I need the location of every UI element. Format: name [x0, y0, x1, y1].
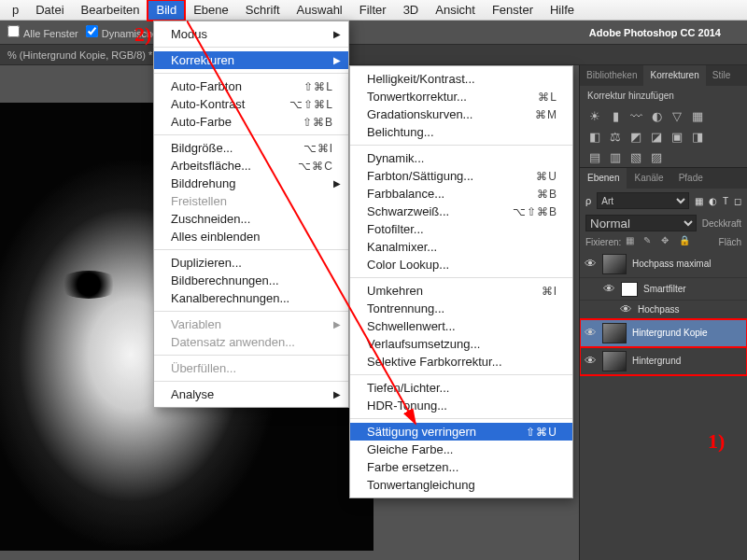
korr-menu-item-25[interactable]: Tonwertangleichung [350, 476, 572, 494]
layer-row-0[interactable]: 👁Hochpass maximal [580, 250, 747, 278]
korr-menu-item-20[interactable]: HDR-Tonung... [350, 397, 572, 414]
tab-kanaele[interactable]: Kanäle [627, 168, 670, 189]
korr-menu-item-0[interactable]: Helligkeit/Kontrast... [350, 70, 572, 88]
layer-thumbnail[interactable] [602, 351, 627, 371]
hue-icon[interactable]: ▦ [690, 108, 705, 123]
layer-row-3[interactable]: 👁Hintergrund Kopie [580, 319, 747, 347]
lock-all-icon[interactable]: 🔒 [679, 235, 692, 248]
filter-shape-icon[interactable]: ◻ [734, 196, 741, 206]
menu-hilfe[interactable]: Hilfe [542, 0, 583, 21]
menu-schrift[interactable]: Schrift [237, 0, 289, 21]
bild-menu-item-13[interactable]: Alles einblenden [154, 228, 348, 245]
threshold-icon[interactable]: ▥ [608, 149, 623, 164]
menu-auswahl[interactable]: Auswahl [289, 0, 351, 21]
posterize-icon[interactable]: ▤ [587, 149, 602, 164]
layer-row-2[interactable]: 👁Hochpass [580, 301, 747, 319]
korr-menu-item-5[interactable]: Dynamik... [350, 149, 572, 167]
menu-bild[interactable]: Bild [148, 0, 185, 21]
korr-menu-item-6[interactable]: Farbton/Sättigung...⌘U [350, 167, 572, 185]
korr-menu-item-1[interactable]: Tonwertkorrektur...⌘L [350, 88, 572, 105]
balance-icon[interactable]: ⚖ [608, 129, 623, 144]
document-tab[interactable]: % (Hintergrund Kopie, RGB/8) * [7, 49, 152, 61]
app-menu[interactable]: p [4, 0, 27, 21]
curves-icon[interactable]: 〰 [628, 108, 643, 123]
brightness-icon[interactable]: ☀ [587, 108, 602, 123]
tab-ebenen[interactable]: Ebenen [580, 168, 627, 189]
lock-brush-icon[interactable]: ✎ [643, 235, 656, 248]
lock-move-icon[interactable]: ✥ [661, 235, 674, 248]
korr-menu-item-9[interactable]: Fotofilter... [350, 220, 572, 238]
korr-menu-item-23[interactable]: Gleiche Farbe... [350, 441, 572, 458]
dynamischer-checkbox[interactable]: Dynamischer [86, 25, 162, 39]
korr-menu-item-15[interactable]: Schwellenwert... [350, 317, 572, 335]
korr-menu-item-14[interactable]: Tontrennung... [350, 300, 572, 317]
selective-icon[interactable]: ▨ [649, 149, 664, 164]
bild-menu-item-8[interactable]: Bildgröße...⌥⌘I [154, 139, 348, 157]
tab-stile[interactable]: Stile [706, 65, 737, 86]
layer-filter-select[interactable]: Art [597, 192, 689, 209]
filter-text-icon[interactable]: T [723, 196, 728, 206]
layer-visibility-icon[interactable]: 👁 [602, 282, 615, 296]
vibrance-icon[interactable]: ▽ [669, 108, 684, 123]
bild-menu-item-12[interactable]: Zuschneiden... [154, 210, 348, 228]
menu-3d[interactable]: 3D [395, 0, 428, 21]
filter-pixel-icon[interactable]: ▦ [695, 196, 703, 206]
invert-icon[interactable]: ◨ [690, 129, 705, 144]
menu-ebene[interactable]: Ebene [185, 0, 237, 21]
layer-visibility-icon[interactable]: 👁 [584, 326, 597, 340]
korr-menu-item-8[interactable]: Schwarzweiß...⌥⇧⌘B [350, 203, 572, 220]
gradient-icon[interactable]: ▧ [628, 149, 643, 164]
bild-menu-item-10[interactable]: Bilddrehung▶ [154, 175, 348, 192]
tab-bibliotheken[interactable]: Bibliotheken [580, 65, 643, 86]
menubar: p Datei Bearbeiten Bild Ebene Schrift Au… [0, 0, 747, 21]
mixer-icon[interactable]: ◪ [649, 129, 664, 144]
menu-fenster[interactable]: Fenster [484, 0, 542, 21]
alle-fenster-checkbox[interactable]: Alle Fenster [7, 25, 78, 39]
bild-menu-item-15[interactable]: Duplizieren... [154, 254, 348, 272]
filter-adj-icon[interactable]: ◐ [709, 196, 717, 206]
menu-filter[interactable]: Filter [351, 0, 395, 21]
layer-thumbnail[interactable] [602, 254, 627, 274]
korr-menu-item-13[interactable]: Umkehren⌘I [350, 282, 572, 300]
lock-pixels-icon[interactable]: ▦ [626, 235, 639, 248]
tab-pfade[interactable]: Pfade [671, 168, 711, 189]
bild-menu-item-2[interactable]: Korrekturen▶ [154, 51, 348, 69]
layer-visibility-icon[interactable]: 👁 [619, 302, 632, 316]
bild-menu-item-16[interactable]: Bildberechnungen... [154, 272, 348, 289]
korr-menu-item-19[interactable]: Tiefen/Lichter... [350, 379, 572, 397]
adjustment-icons-row1: ☀ ▮ 〰 ◐ ▽ ▦ [580, 105, 747, 126]
menu-bearbeiten[interactable]: Bearbeiten [73, 0, 148, 21]
lookup-icon[interactable]: ▣ [669, 129, 684, 144]
menu-datei[interactable]: Datei [27, 0, 72, 21]
korr-menu-item-24[interactable]: Farbe ersetzen... [350, 458, 572, 476]
layer-thumbnail[interactable] [602, 323, 627, 343]
menu-ansicht[interactable]: Ansicht [427, 0, 484, 21]
korr-menu-item-10[interactable]: Kanalmixer... [350, 238, 572, 256]
levels-icon[interactable]: ▮ [608, 108, 623, 123]
bild-menu-item-4[interactable]: Auto-Farbton⇧⌘L [154, 77, 348, 95]
bild-menu-item-17[interactable]: Kanalberechnungen... [154, 289, 348, 307]
korr-menu-item-2[interactable]: Gradationskurven...⌘M [350, 105, 572, 123]
korr-menu-item-22[interactable]: Sättigung verringern⇧⌘U [350, 423, 572, 441]
photo-filter-icon[interactable]: ◩ [628, 129, 643, 144]
layer-row-1[interactable]: 👁Smartfilter [580, 278, 747, 301]
bild-menu-item-5[interactable]: Auto-Kontrast⌥⇧⌘L [154, 95, 348, 113]
layer-row-4[interactable]: 👁Hintergrund [580, 347, 747, 375]
korr-menu-item-7[interactable]: Farbbalance...⌘B [350, 185, 572, 203]
layer-visibility-icon[interactable]: 👁 [584, 257, 597, 271]
korr-menu-item-3[interactable]: Belichtung... [350, 123, 572, 141]
exposure-icon[interactable]: ◐ [649, 108, 664, 123]
adjustments-panel-tabs: Bibliotheken Korrekturen Stile [580, 65, 747, 86]
tab-korrekturen[interactable]: Korrekturen [643, 65, 705, 86]
bild-menu-item-9[interactable]: Arbeitsfläche...⌥⌘C [154, 157, 348, 175]
korr-menu-item-16[interactable]: Verlaufsumsetzung... [350, 335, 572, 353]
blend-mode-select[interactable]: Normal [585, 215, 697, 231]
bw-icon[interactable]: ◧ [587, 129, 602, 144]
layer-thumbnail[interactable] [621, 282, 638, 297]
bild-menu-item-24[interactable]: Analyse▶ [154, 385, 348, 403]
korr-menu-item-17[interactable]: Selektive Farbkorrektur... [350, 353, 572, 371]
bild-menu-item-0[interactable]: Modus▶ [154, 25, 348, 43]
layer-visibility-icon[interactable]: 👁 [584, 354, 597, 368]
bild-menu-item-6[interactable]: Auto-Farbe⇧⌘B [154, 113, 348, 131]
korr-menu-item-11[interactable]: Color Lookup... [350, 256, 572, 273]
